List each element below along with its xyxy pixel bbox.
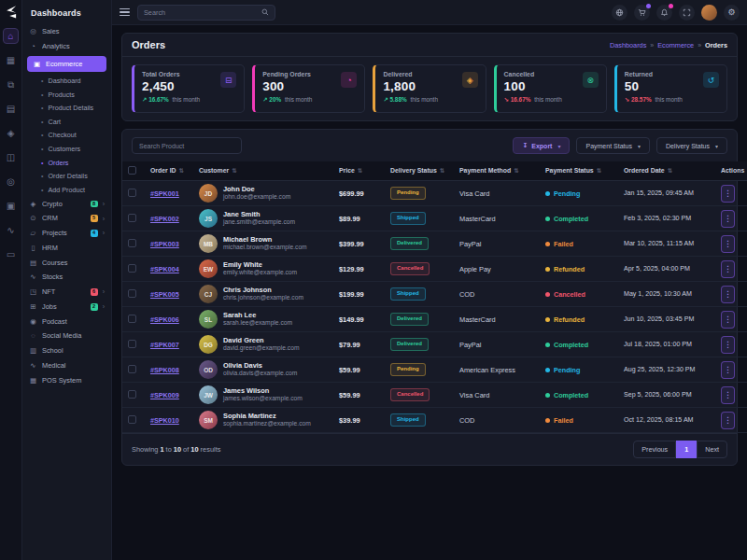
settings-gear-icon[interactable]: ⚙	[724, 5, 740, 21]
briefcase-icon[interactable]: ◫	[3, 149, 19, 165]
sidebar-item-customers[interactable]: •Customers	[22, 142, 111, 156]
product-search-input[interactable]	[132, 137, 242, 154]
row-checkbox[interactable]	[128, 239, 136, 247]
sort-icon[interactable]: ⇅	[440, 167, 444, 174]
notifications-bell-icon[interactable]	[656, 5, 672, 21]
order-id-link[interactable]: #SPK005	[150, 290, 179, 299]
row-checkbox[interactable]	[128, 315, 136, 323]
fullscreen-icon[interactable]	[679, 5, 695, 21]
cart-icon[interactable]	[634, 5, 650, 21]
sidebar-item-ecommerce[interactable]: ▣Ecommerce	[27, 56, 106, 73]
sidebar-item-checkout[interactable]: •Checkout	[22, 129, 111, 143]
brand-logo[interactable]	[4, 5, 18, 19]
document-icon[interactable]: ▤	[3, 101, 19, 117]
sort-icon[interactable]: ⇅	[668, 167, 672, 174]
sidebar-item-projects[interactable]: ▱Projects4›	[22, 226, 111, 241]
row-actions-button[interactable]: ⋮	[721, 361, 735, 379]
language-globe-icon[interactable]	[612, 5, 627, 21]
row-checkbox[interactable]	[128, 340, 136, 348]
column-header-payment-method[interactable]: Payment Method⇅	[454, 161, 540, 181]
row-actions-button[interactable]: ⋮	[721, 235, 735, 253]
row-actions-button[interactable]: ⋮	[721, 336, 735, 354]
previous-page-button[interactable]: Previous	[633, 441, 676, 458]
select-all-checkbox[interactable]	[128, 166, 136, 175]
delivery-status-dropdown[interactable]: Delivery Status ▾	[656, 137, 727, 154]
layers-icon[interactable]: ⧉	[3, 77, 19, 92]
next-page-button[interactable]: Next	[697, 441, 727, 458]
row-actions-button[interactable]: ⋮	[721, 311, 735, 329]
row-checkbox[interactable]	[128, 189, 136, 197]
export-button[interactable]: ↧ Export ▾	[513, 137, 570, 154]
row-actions-button[interactable]: ⋮	[721, 185, 735, 203]
sidebar-item-social-media[interactable]: ◌Social Media	[22, 329, 111, 343]
row-checkbox[interactable]	[128, 289, 136, 298]
row-checkbox[interactable]	[128, 415, 136, 424]
sidebar-item-order-details[interactable]: •Order Details	[22, 169, 111, 183]
column-header-customer[interactable]: Customer⇅	[193, 161, 333, 181]
id-card-icon[interactable]: ▣	[3, 198, 19, 214]
order-id-link[interactable]: #SPK010	[150, 416, 179, 425]
sidebar-item-podcast[interactable]: ◉Podcast	[22, 315, 111, 329]
sort-icon[interactable]: ⇅	[358, 167, 362, 174]
column-header-order-id[interactable]: Order ID⇅	[145, 161, 193, 181]
order-id-link[interactable]: #SPK004	[150, 265, 179, 273]
page-1-button[interactable]: 1	[676, 441, 697, 458]
breadcrumb-item[interactable]: Dashboards	[610, 41, 646, 49]
sidebar-item-courses[interactable]: ▤Courses	[22, 256, 111, 271]
sort-icon[interactable]: ⇅	[597, 167, 601, 174]
sidebar-item-sales[interactable]: ◎Sales	[22, 24, 111, 39]
sidebar-item-crm[interactable]: ⊙CRM5›	[22, 211, 111, 226]
column-header-delivery-status[interactable]: Delivery Status⇅	[385, 161, 454, 181]
sort-icon[interactable]: ⇅	[232, 167, 236, 174]
sidebar-item-product-details[interactable]: •Product Details	[22, 101, 111, 115]
row-actions-button[interactable]: ⋮	[721, 412, 735, 429]
search-input[interactable]	[144, 8, 258, 17]
order-id-link[interactable]: #SPK003	[150, 240, 179, 248]
order-id-link[interactable]: #SPK007	[150, 341, 179, 349]
row-actions-button[interactable]: ⋮	[721, 386, 735, 404]
sidebar-item-crypto[interactable]: ◈Crypto8›	[22, 197, 111, 212]
sidebar-item-hrm[interactable]: ▯HRM	[22, 241, 111, 256]
compass-icon[interactable]: ◎	[3, 174, 19, 189]
sidebar-item-pos-system[interactable]: ▦POS System	[22, 373, 111, 388]
row-checkbox[interactable]	[128, 264, 136, 273]
sidebar-item-jobs[interactable]: ⊞Jobs2›	[22, 300, 111, 315]
diamond-icon[interactable]: ◈	[3, 125, 19, 141]
sidebar-item-nft[interactable]: ◳NFT6›	[22, 285, 111, 300]
credit-card-icon[interactable]: ▭	[3, 246, 19, 262]
row-checkbox[interactable]	[128, 365, 136, 373]
apps-grid-icon[interactable]: ▦	[3, 52, 19, 68]
column-header-ordered-date[interactable]: Ordered Date⇅	[618, 161, 715, 181]
row-actions-button[interactable]: ⋮	[721, 286, 735, 303]
row-checkbox[interactable]	[128, 214, 136, 222]
search-icon[interactable]	[261, 8, 269, 16]
sidebar-item-medical[interactable]: ∿Medical	[22, 358, 111, 373]
sidebar-item-stocks[interactable]: ∿Stocks	[22, 270, 111, 285]
home-icon[interactable]: ⌂	[3, 28, 19, 44]
column-header-price[interactable]: Price⇅	[333, 161, 385, 181]
order-id-link[interactable]: #SPK008	[150, 366, 179, 374]
user-avatar[interactable]	[701, 5, 717, 21]
chart-icon[interactable]: ∿	[3, 222, 19, 238]
sidebar-item-school[interactable]: ▥School	[22, 343, 111, 358]
order-id-link[interactable]: #SPK001	[150, 189, 179, 198]
sidebar-item-cart[interactable]: •Cart	[22, 115, 111, 129]
column-header-payment-status[interactable]: Payment Status⇅	[540, 161, 618, 181]
breadcrumb-item[interactable]: Ecommerce	[657, 41, 694, 49]
order-id-link[interactable]: #SPK006	[150, 315, 179, 324]
order-id-link[interactable]: #SPK009	[150, 391, 179, 399]
sidebar-item-orders[interactable]: •Orders	[22, 156, 111, 170]
sort-icon[interactable]: ⇅	[179, 167, 184, 174]
row-actions-button[interactable]: ⋮	[721, 260, 735, 278]
sidebar-item-add-product[interactable]: •Add Product	[22, 183, 111, 197]
sort-icon[interactable]: ⇅	[514, 167, 518, 174]
sidebar-item-analytics[interactable]: ◔Analytics	[22, 39, 111, 54]
row-actions-button[interactable]: ⋮	[721, 210, 735, 228]
sidebar-item-products[interactable]: •Products	[22, 88, 111, 102]
sidebar-item-dashboard[interactable]: •Dashboard	[22, 74, 111, 88]
column-header-actions[interactable]: Actions⇅	[715, 161, 747, 181]
order-id-link[interactable]: #SPK002	[150, 215, 179, 223]
payment-status-dropdown[interactable]: Payment Status ▾	[576, 137, 649, 154]
row-checkbox[interactable]	[128, 390, 136, 399]
menu-toggle-icon[interactable]	[120, 8, 130, 16]
